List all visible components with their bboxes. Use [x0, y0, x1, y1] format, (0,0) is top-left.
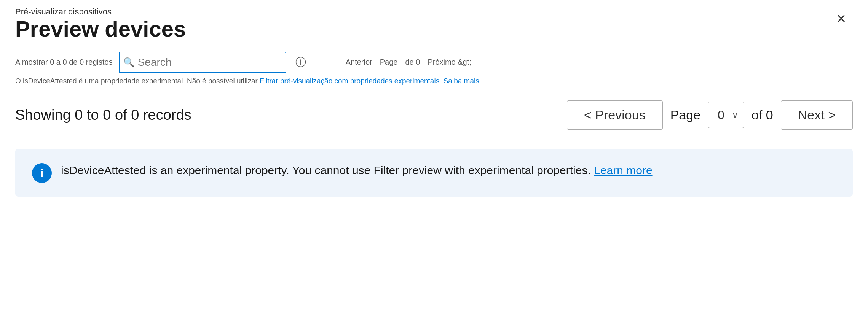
page-select[interactable]: 0 [708, 102, 744, 128]
info-banner: i isDeviceAttested is an experimental pr… [15, 149, 853, 197]
small-notice-text: O isDeviceAttested é uma propriedade exp… [15, 77, 258, 85]
small-pagination: Anterior Page de 0 Próximo &gt; [346, 58, 471, 67]
pt-page-title: Pré-visualizar dispositivos [0, 0, 868, 17]
search-container: 🔍 [119, 52, 286, 73]
divider-long [15, 216, 61, 216]
info-circle-icon: ⓘ [295, 55, 306, 70]
page-select-wrapper: 0 [708, 102, 744, 128]
close-button[interactable]: × [833, 9, 849, 28]
pagination-controls: < Previous Page 0 of 0 Next > [567, 100, 853, 130]
small-next-label: Próximo &gt; [428, 58, 471, 67]
showing-records-text: Showing 0 to 0 of 0 records [15, 107, 567, 123]
info-icon-button[interactable]: ⓘ [292, 54, 309, 71]
small-notice: O isDeviceAttested é uma propriedade exp… [0, 73, 868, 85]
page-container: × Pré-visualizar dispositivos Preview de… [0, 0, 868, 318]
small-toolbar: A mostrar 0 a 0 de 0 registos 🔍 ⓘ Anteri… [0, 41, 868, 73]
small-page-label: Page [380, 58, 398, 67]
divider-short [15, 224, 38, 224]
small-showing-text: A mostrar 0 a 0 de 0 registos [15, 58, 113, 67]
info-banner-icon: i [32, 163, 52, 183]
search-input[interactable] [119, 52, 286, 73]
info-banner-text: isDeviceAttested is an experimental prop… [61, 162, 653, 178]
next-button[interactable]: Next > [781, 100, 853, 130]
info-banner-message: isDeviceAttested is an experimental prop… [61, 164, 591, 176]
of-label: of 0 [752, 108, 773, 122]
bottom-dividers [0, 197, 868, 224]
small-of-label: de 0 [405, 58, 420, 67]
main-toolbar: Showing 0 to 0 of 0 records < Previous P… [0, 85, 868, 130]
learn-more-link-2[interactable]: Learn more [594, 164, 652, 176]
small-notice-link[interactable]: Filtrar pré-visualização com propriedade… [260, 77, 479, 85]
previous-button[interactable]: < Previous [567, 100, 663, 130]
page-title: Preview devices [0, 17, 868, 41]
small-prev-label: Anterior [346, 58, 372, 67]
page-label: Page [670, 108, 700, 122]
